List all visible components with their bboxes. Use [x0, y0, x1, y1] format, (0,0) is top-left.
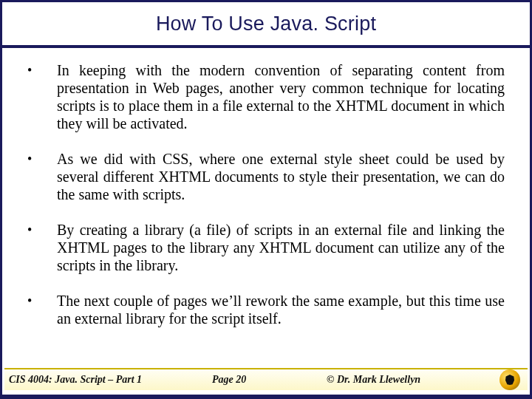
bullet-icon: •	[27, 292, 57, 327]
bullet-text: The next couple of pages we’ll rework th…	[57, 292, 505, 327]
footer-course: CIS 4004: Java. Script – Part 1	[9, 374, 212, 386]
bullet-icon: •	[27, 61, 57, 132]
slide-title: How To Use Java. Script	[156, 13, 376, 35]
bullet-item: • By creating a library (a file) of scri…	[27, 221, 505, 274]
bullet-text: In keeping with the modern convention of…	[57, 61, 505, 132]
footer-page: Page 20	[212, 374, 327, 386]
slide-frame: How To Use Java. Script • In keeping wit…	[0, 0, 532, 399]
bullet-item: • In keeping with the modern convention …	[27, 61, 505, 132]
bullet-text: As we did with CSS, where one external s…	[57, 150, 505, 203]
bullet-item: • The next couple of pages we’ll rework …	[27, 292, 505, 327]
bullet-icon: •	[27, 150, 57, 203]
bullet-text: By creating a library (a file) of script…	[57, 221, 505, 274]
bullet-icon: •	[27, 221, 57, 274]
bullet-item: • As we did with CSS, where one external…	[27, 150, 505, 203]
slide-content: • In keeping with the modern convention …	[2, 48, 530, 327]
ucf-logo-icon	[499, 369, 520, 390]
footer-author: © Dr. Mark Llewellyn	[327, 374, 499, 386]
footer-bar: CIS 4004: Java. Script – Part 1 Page 20 …	[4, 368, 528, 390]
title-bar: How To Use Java. Script	[2, 2, 530, 48]
